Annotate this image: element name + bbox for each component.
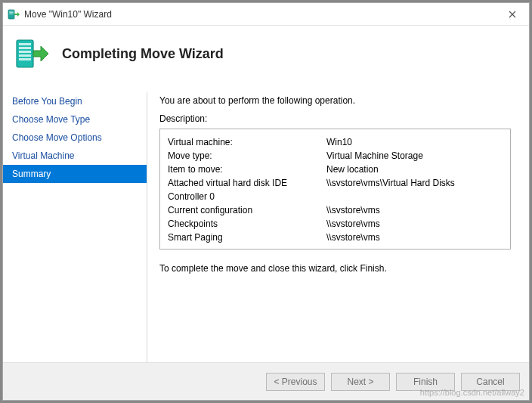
window-title: Move "Win10" Wizard [24,9,496,20]
description-key: Current configuration [168,203,326,217]
sidebar-item-virtual-machine[interactable]: Virtual Machine [3,147,147,165]
description-value: \\svstore\vms\Virtual Hard Disks [326,176,503,203]
description-row: Checkpoints\\svstore\vms [168,217,503,231]
description-value: \\svstore\vms [326,217,503,231]
description-row: Current configuration\\svstore\vms [168,203,503,217]
previous-button[interactable]: < Previous [266,373,325,391]
svg-rect-2 [9,12,14,13]
description-key: Attached virtual hard disk IDE Controlle… [168,176,326,203]
sidebar-item-before-you-begin[interactable]: Before You Begin [3,92,147,110]
wizard-window: Move "Win10" Wizard Completing Move Wiza… [2,2,530,401]
description-key: Virtual machine: [168,135,326,149]
svg-rect-5 [19,43,31,45]
finish-button[interactable]: Finish [396,373,455,391]
server-move-icon [14,36,50,72]
description-value: \\svstore\vms [326,231,503,244]
description-row: Virtual machine:Win10 [168,135,503,149]
description-box: Virtual machine:Win10Move type:Virtual M… [159,129,511,250]
description-key: Item to move: [168,163,326,176]
titlebar: Move "Win10" Wizard [3,3,529,26]
close-icon [509,11,516,18]
svg-rect-1 [9,11,14,11]
svg-rect-8 [19,54,31,57]
svg-rect-3 [9,13,14,14]
description-value: New location [326,163,503,176]
app-icon [8,8,20,20]
wizard-footer: < Previous Next > Finish Cancel [3,362,529,400]
svg-rect-7 [19,51,31,53]
next-button[interactable]: Next > [331,373,390,391]
wizard-header: Completing Move Wizard [3,26,529,82]
description-key: Checkpoints [168,217,326,231]
close-button[interactable] [496,3,529,26]
description-value: \\svstore\vms [326,203,503,217]
steps-sidebar: Before You BeginChoose Move TypeChoose M… [3,82,147,362]
description-value: Win10 [326,135,503,149]
description-value: Virtual Machine Storage [326,149,503,163]
sidebar-item-choose-move-options[interactable]: Choose Move Options [3,129,147,147]
description-row: Smart Paging\\svstore\vms [168,231,503,244]
intro-text: You are about to perform the following o… [159,95,511,106]
wizard-body: Before You BeginChoose Move TypeChoose M… [3,82,529,362]
content-panel: You are about to perform the following o… [147,82,529,362]
svg-rect-9 [19,58,31,60]
description-key: Move type: [168,149,326,163]
page-title: Completing Move Wizard [62,46,224,62]
svg-rect-6 [19,47,31,49]
description-row: Attached virtual hard disk IDE Controlle… [168,176,503,203]
description-label: Description: [159,113,511,124]
sidebar-item-choose-move-type[interactable]: Choose Move Type [3,110,147,129]
cancel-button[interactable]: Cancel [461,373,520,391]
description-key: Smart Paging [168,231,326,244]
sidebar-item-summary[interactable]: Summary [3,165,147,183]
description-row: Item to move:New location [168,163,503,176]
instruction-text: To complete the move and close this wiza… [159,263,511,274]
description-row: Move type:Virtual Machine Storage [168,149,503,163]
